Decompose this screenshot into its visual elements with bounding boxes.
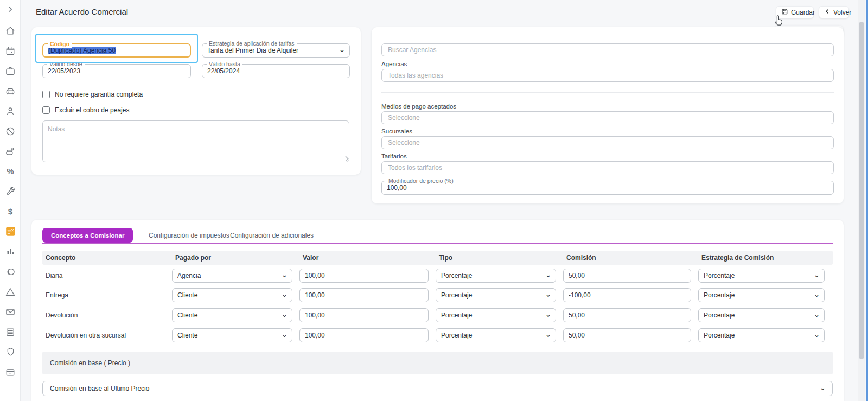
wrench-icon bbox=[5, 186, 16, 196]
estrategia-comision-value: Porcentaje bbox=[704, 291, 735, 299]
buscar-agencias-input[interactable] bbox=[381, 43, 834, 56]
tipo-select[interactable]: Porcentaje⌄ bbox=[436, 288, 556, 302]
sidebar-item-commercial-agreements[interactable] bbox=[0, 221, 21, 241]
col-header-pagado-por: Pagado por bbox=[172, 254, 292, 262]
pagado-por-value: Cliente bbox=[177, 311, 197, 319]
modificador-precio-field[interactable]: Modificador de precio (%) 100,00 bbox=[381, 181, 834, 195]
peajes-checkbox[interactable] bbox=[42, 106, 50, 114]
peajes-checkbox-label: Excluir el cobro de peajes bbox=[55, 106, 129, 114]
estrategia-comision-select[interactable]: Porcentaje⌄ bbox=[698, 308, 825, 322]
tipo-value: Porcentaje bbox=[441, 272, 472, 279]
tipo-select[interactable]: Porcentaje⌄ bbox=[436, 269, 556, 283]
garantia-checkbox-label: No requiere garantía completa bbox=[55, 91, 143, 98]
estrategia-comision-select[interactable]: Porcentaje⌄ bbox=[698, 328, 825, 342]
tipo-select[interactable]: Porcentaje⌄ bbox=[436, 328, 556, 342]
estrategia-comision-value: Porcentaje bbox=[704, 272, 735, 279]
pagado-por-value: Cliente bbox=[177, 332, 197, 339]
sidebar-item-coins[interactable] bbox=[0, 262, 21, 282]
sidebar-item-blocked[interactable] bbox=[0, 121, 21, 141]
save-button[interactable]: Guardar bbox=[776, 6, 814, 18]
chevron-down-icon: ⌄ bbox=[282, 271, 288, 279]
codigo-value-selected: (Duplicado) Agencia 50 bbox=[48, 47, 116, 54]
pagado-por-select[interactable]: Agencia⌄ bbox=[172, 269, 292, 283]
sucursales-label: Sucursales bbox=[381, 128, 412, 135]
estrategia-comision-select[interactable]: Porcentaje⌄ bbox=[698, 288, 825, 302]
concepto-name: Diaria bbox=[42, 272, 165, 279]
sidebar-item-finance[interactable]: $ bbox=[0, 201, 21, 221]
tab-configuracion-impuestos[interactable]: Configuración de impuestos bbox=[143, 228, 235, 243]
chevron-down-icon: ⌄ bbox=[282, 330, 288, 339]
sidebar-expand-button[interactable] bbox=[0, 0, 21, 18]
sidebar-item-calendar[interactable] bbox=[0, 41, 21, 61]
valor-input[interactable] bbox=[299, 269, 429, 283]
concepto-name: Devolución en otra sucursal bbox=[42, 332, 165, 339]
comision-base-select[interactable]: Comisión en base al Ultimo Precio ⌄ bbox=[42, 381, 833, 396]
comision-input[interactable] bbox=[563, 269, 691, 283]
chevron-down-icon: ⌄ bbox=[814, 330, 820, 339]
back-button[interactable]: Volver bbox=[819, 6, 849, 18]
comision-input[interactable] bbox=[563, 308, 691, 322]
sidebar-item-vehicles[interactable] bbox=[0, 81, 21, 101]
sidebar-item-reports[interactable] bbox=[0, 241, 21, 262]
estrategia-tarifas-value: Tarifa del Primer Dia de Alquiler bbox=[207, 47, 298, 54]
save-button-label: Guardar bbox=[791, 9, 815, 16]
bar-chart-icon bbox=[5, 246, 16, 257]
scrollbar-thumb[interactable] bbox=[859, 22, 864, 359]
valido-desde-field[interactable]: Válido desde 22/05/2023 bbox=[42, 64, 191, 78]
calendar-icon bbox=[5, 46, 16, 56]
pagado-por-select[interactable]: Cliente⌄ bbox=[172, 328, 292, 342]
chevron-down-icon: ⌄ bbox=[339, 46, 345, 54]
valido-desde-value: 22/05/2023 bbox=[48, 67, 80, 75]
sidebar-item-messages[interactable] bbox=[0, 302, 21, 322]
sidebar-item-briefcase[interactable] bbox=[0, 61, 21, 81]
sidebar-item-fleet-status[interactable] bbox=[0, 141, 21, 161]
panel-divider bbox=[381, 92, 834, 93]
car-icon bbox=[5, 86, 16, 97]
sidebar-item-alerts[interactable] bbox=[0, 282, 21, 302]
valido-hasta-field[interactable]: Válido hasta 22/05/2024 bbox=[202, 64, 350, 78]
sidebar-item-archive[interactable] bbox=[0, 362, 21, 382]
tab-conceptos-comisionar[interactable]: Conceptos a Comisionar bbox=[42, 228, 133, 243]
pagado-por-select[interactable]: Cliente⌄ bbox=[172, 288, 292, 302]
briefcase-icon bbox=[5, 66, 16, 77]
chevron-down-icon: ⌄ bbox=[545, 330, 551, 339]
tab-configuracion-adicionales[interactable]: Configuración de adicionales bbox=[225, 228, 319, 243]
medios-pago-input[interactable] bbox=[381, 111, 834, 124]
table-row: Devolución en otra sucursal Cliente⌄ Por… bbox=[42, 328, 833, 342]
sidebar-item-documents[interactable] bbox=[0, 322, 21, 342]
tipo-value: Porcentaje bbox=[441, 332, 472, 339]
tarifarios-input[interactable] bbox=[381, 161, 834, 174]
sidebar-item-maintenance[interactable] bbox=[0, 181, 21, 201]
valor-input[interactable] bbox=[299, 288, 429, 302]
comision-input[interactable] bbox=[563, 288, 691, 302]
valor-input[interactable] bbox=[299, 308, 429, 322]
tipo-select[interactable]: Porcentaje⌄ bbox=[436, 308, 556, 322]
notas-textarea[interactable] bbox=[42, 120, 349, 162]
codigo-label: Código bbox=[48, 41, 72, 48]
save-floppy-icon bbox=[781, 8, 788, 17]
estrategia-tarifas-select[interactable]: Estrategia de aplicación de tarifas Tari… bbox=[202, 43, 350, 58]
list-icon bbox=[5, 327, 16, 338]
valido-hasta-label: Válido hasta bbox=[207, 61, 242, 68]
comision-input[interactable] bbox=[563, 328, 691, 342]
chevron-down-icon: ⌄ bbox=[545, 310, 551, 319]
warning-icon bbox=[5, 287, 16, 297]
back-chevron-icon bbox=[824, 8, 831, 16]
dollar-icon: $ bbox=[8, 207, 12, 216]
codigo-field[interactable]: Código (Duplicado) Agencia 50 bbox=[42, 43, 191, 58]
valor-input[interactable] bbox=[299, 328, 429, 342]
estrategia-comision-select[interactable]: Porcentaje⌄ bbox=[698, 269, 825, 283]
sidebar-item-discounts[interactable]: % bbox=[0, 161, 21, 181]
estrategia-comision-value: Porcentaje bbox=[704, 332, 735, 339]
peajes-checkbox-row: Excluir el cobro de peajes bbox=[42, 106, 129, 114]
chevron-down-icon: ⌄ bbox=[814, 290, 820, 298]
sucursales-input[interactable] bbox=[381, 136, 834, 149]
sidebar-item-customers[interactable] bbox=[0, 101, 21, 121]
sidebar-item-security[interactable] bbox=[0, 342, 21, 362]
agencias-input[interactable] bbox=[381, 69, 834, 82]
sidebar-item-home[interactable] bbox=[0, 21, 21, 41]
garantia-checkbox[interactable] bbox=[42, 91, 50, 98]
pagado-por-select[interactable]: Cliente⌄ bbox=[172, 308, 292, 322]
estrategia-tarifas-label: Estrategia de aplicación de tarifas bbox=[207, 40, 297, 47]
back-button-label: Volver bbox=[833, 9, 851, 16]
